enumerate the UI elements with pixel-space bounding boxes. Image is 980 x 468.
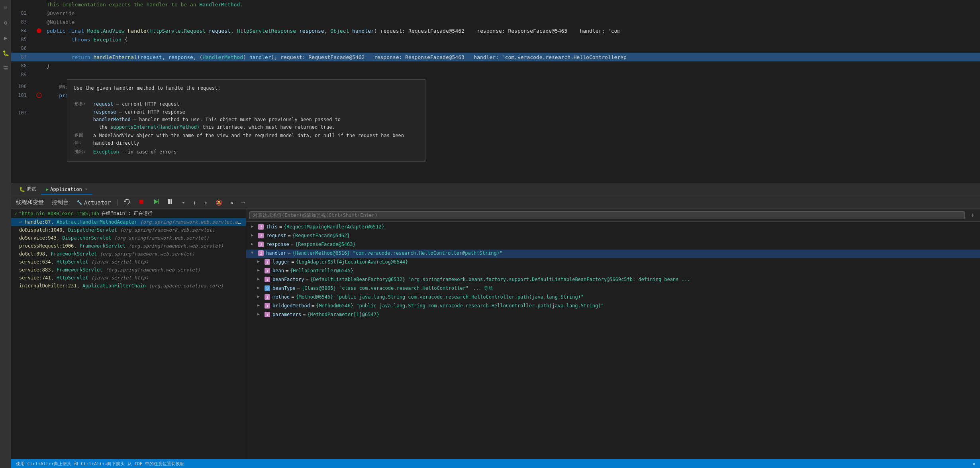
javadoc-throws: Exception – in case of errors [93,148,418,156]
var-eq-beantype: = [297,285,300,291]
actuator-icon: 🔧 [76,200,82,205]
sidebar-debug-icon[interactable]: 🐛 [1,49,10,57]
tab-debug[interactable]: 🐛 调试 [14,184,41,195]
toolbar-pause-icon[interactable] [165,198,175,207]
stack-frame-1[interactable]: doDispatch:1040, DispatcherServlet (org.… [11,226,246,234]
var-value-request: {RequestFacade@5462} [292,233,350,238]
app-tab-close[interactable]: × [85,187,88,191]
stack-frame-0[interactable]: ↩ handle:87, AbstractHandlerMethodAdapte… [11,218,246,226]
stack-frame-7[interactable]: service:741, HttpServlet (javax.servlet.… [11,274,246,282]
toolbar-clear-icon[interactable]: ✕ [229,199,235,206]
stack-frame-2[interactable]: doService:943, DispatcherServlet (org.sp… [11,234,246,242]
toolbar-mute-icon[interactable]: 🔕 [214,199,224,206]
code-84: public final ModelAndView handle(HttpSer… [45,28,980,34]
sidebar-menu-icon[interactable]: ≡ [1,3,10,12]
toolbar-step-out-icon[interactable]: ↑ [202,199,209,206]
var-icon-response: i [258,242,264,247]
frame-pkg-2: (org.springframework.web.servlet) [114,235,209,241]
frame-class-5: HttpServlet [57,259,91,265]
toolbar-resume-icon[interactable] [151,198,161,207]
frame-arrow-icon: ↩ [19,219,25,225]
status-hint: 使用 Ctrl+Alt+↑向上箭头 和 Ctrl+Alt+↓向下箭头 从 IDE… [16,461,184,467]
main-content: This implementation expects the handler … [11,0,980,468]
var-item-this[interactable]: ▶ i this = {RequestMappingHandlerAdapter… [246,223,980,232]
var-value-bean: {HelloController@6545} [290,268,353,273]
sidebar-run-icon[interactable]: ▶ [1,33,10,42]
variables-panel: + ▶ i this = {RequestMappingHandlerAdapt… [246,209,980,459]
var-eq-logger: = [291,259,294,265]
frame-method-5: service:634, [19,259,57,265]
frame-method-0: handle:87, [25,219,56,225]
frame-method-3: processRequest:1006, [19,243,80,249]
var-item-beantype[interactable]: ▶ ⬡ beanType = {Class@3965} "class com.v… [246,285,980,293]
var-item-handler[interactable]: ▼ i handler = {HandlerMethod@6516} "com.… [246,250,980,258]
var-item-logger[interactable]: ▶ i logger = {LogAdapter$Slf4jLocationAw… [246,258,980,267]
var-item-bridgedmethod[interactable]: ▶ i bridgedMethod = {Method@6546} "publi… [246,302,980,311]
code-line-88: 88 } [11,61,980,70]
status-close-btn[interactable]: × [972,461,975,466]
stack-frame-6[interactable]: service:883, FrameworkServlet (org.sprin… [11,266,246,274]
var-value-this: {RequestMappingHandlerAdapter@6512} [284,224,384,230]
stack-frame-4[interactable]: doGet:898, FrameworkServlet (org.springf… [11,250,246,258]
var-value-response: {ResponseFacade@5463} [295,242,356,247]
var-expand-response[interactable]: ▶ [251,242,257,246]
code-line-89: 89 [11,70,980,79]
frame-class-4: FrameworkServlet [51,251,100,257]
console-btn[interactable]: 控制台 [50,198,70,207]
frame-method-7: service:741, [19,275,57,281]
var-item-method[interactable]: ▶ i method = {Method@6546} "public java.… [246,293,980,302]
actuator-btn[interactable]: 🔧 Actuator [75,199,112,206]
var-name-method: method [272,294,290,300]
stack-panel: ✓ "http-nio-8080-exec-1"@5,145 在组"main":… [11,209,246,459]
var-expand-bean[interactable]: ▶ [257,268,263,272]
sidebar-settings-icon[interactable]: ⚙ [1,18,10,27]
var-item-parameters[interactable]: ▶ i parameters = {MethodParameter[1]@654… [246,311,980,320]
var-expand-logger[interactable]: ▶ [257,259,263,263]
toolbar-reconnect-icon[interactable] [122,198,132,207]
var-expand-this[interactable]: ▶ [251,224,257,228]
add-watch-button[interactable]: + [968,210,977,220]
toolbar-step-into-icon[interactable]: ↓ [191,199,198,206]
panel-content: ✓ "http-nio-8080-exec-1"@5,145 在组"main":… [11,209,980,459]
var-expand-handler[interactable]: ▼ [251,250,257,255]
var-expand-bridgedmethod[interactable]: ▶ [257,303,263,307]
var-item-bean[interactable]: ▶ i bean = {HelloController@6545} [246,267,980,276]
svg-rect-5 [168,199,170,204]
svg-point-1 [37,93,41,98]
code-87: return handleInternal(request, response,… [45,54,980,60]
tab-application[interactable]: ▶ Application × [41,185,92,195]
var-name-this: this [266,224,278,230]
var-expand-request[interactable]: ▶ [251,233,257,237]
var-icon-logger: i [265,259,270,265]
sidebar-structure-icon[interactable]: ☰ [1,64,10,73]
line-num-83: 83 [11,19,33,25]
status-bar: 使用 Ctrl+Alt+↑向上箭头 和 Ctrl+Alt+↓向下箭头 从 IDE… [11,459,980,468]
frame-pkg-8: (org.apache.catalina.core) [149,283,223,289]
var-item-response[interactable]: ▶ i response = {ResponseFacade@5463} [246,241,980,250]
stack-frame-3[interactable]: processRequest:1006, FrameworkServlet (o… [11,242,246,250]
toolbar-more-icon[interactable]: ⋯ [240,199,246,206]
var-value-parameters: {MethodParameter[1]@6547} [307,312,379,317]
stack-frame-8[interactable]: internalDoFilter:231, ApplicationFilterC… [11,282,246,290]
var-eq-request: = [288,233,291,238]
var-item-beanfactory[interactable]: ▶ i beanFactory = {DefaultListableBeanFa… [246,276,980,285]
var-expand-beanfactory[interactable]: ▶ [257,277,263,281]
comment-text: This implementation expects the handler … [45,2,980,8]
var-value-method: {Method@6546} "public java.lang.String c… [296,294,584,300]
stack-frame-5[interactable]: service:634, HttpServlet (javax.servlet.… [11,258,246,266]
threads-vars-btn[interactable]: 线程和变量 [14,198,45,207]
var-expand-method[interactable]: ▶ [257,294,263,299]
var-expand-beantype[interactable]: ▶ [257,285,263,290]
navigate-link[interactable]: ... 导航 [473,285,493,291]
toolbar-step-over-icon[interactable]: ↷ [180,199,186,206]
toolbar-stop-icon[interactable] [137,198,146,207]
frame-pkg-0: (org.springframework.web.servlet.mvc.met… [140,219,246,225]
var-expand-parameters[interactable]: ▶ [257,312,263,316]
frame-class-2: DispatcherServlet [62,235,114,241]
watch-input[interactable] [249,211,965,219]
var-item-request[interactable]: ▶ i request = {RequestFacade@5462} [246,232,980,241]
frame-pkg-6: (org.springframework.web.servlet) [106,267,200,273]
line-num-87: 87 [11,54,33,60]
thread-item[interactable]: ✓ "http-nio-8080-exec-1"@5,145 在组"main":… [11,209,246,218]
breakpoint-icon-101 [36,92,42,98]
